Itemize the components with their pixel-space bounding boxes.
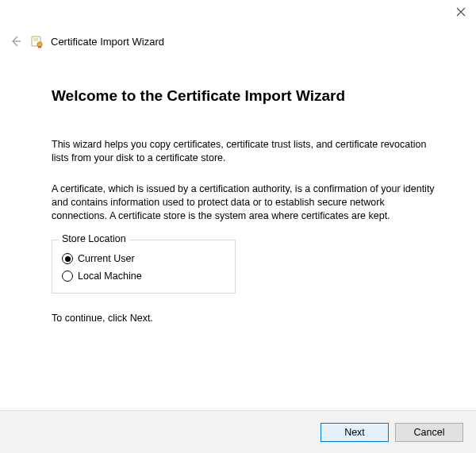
intro-paragraph-1: This wizard helps you copy certificates,… xyxy=(52,138,440,165)
page-title: Welcome to the Certificate Import Wizard xyxy=(52,87,440,105)
wizard-header: Certificate Import Wizard xyxy=(8,33,164,49)
radio-local-machine[interactable]: Local Machine xyxy=(62,271,225,282)
radio-current-user[interactable]: Current User xyxy=(62,253,225,264)
window-title: Certificate Import Wizard xyxy=(51,36,164,48)
radio-icon xyxy=(62,253,73,264)
continue-hint: To continue, click Next. xyxy=(52,313,440,324)
back-arrow-icon[interactable] xyxy=(8,33,24,49)
radio-label: Current User xyxy=(78,253,135,264)
intro-paragraph-2: A certificate, which is issued by a cert… xyxy=(52,182,440,223)
radio-label: Local Machine xyxy=(78,271,142,282)
cancel-button[interactable]: Cancel xyxy=(395,423,463,442)
next-button[interactable]: Next xyxy=(321,423,389,442)
store-location-legend: Store Location xyxy=(59,233,129,244)
certificate-icon xyxy=(30,34,44,48)
radio-icon xyxy=(62,271,73,282)
wizard-content: Welcome to the Certificate Import Wizard… xyxy=(52,87,440,324)
store-location-group: Store Location Current User Local Machin… xyxy=(52,240,236,294)
close-icon[interactable] xyxy=(455,6,466,17)
wizard-footer: Next Cancel xyxy=(0,410,476,453)
